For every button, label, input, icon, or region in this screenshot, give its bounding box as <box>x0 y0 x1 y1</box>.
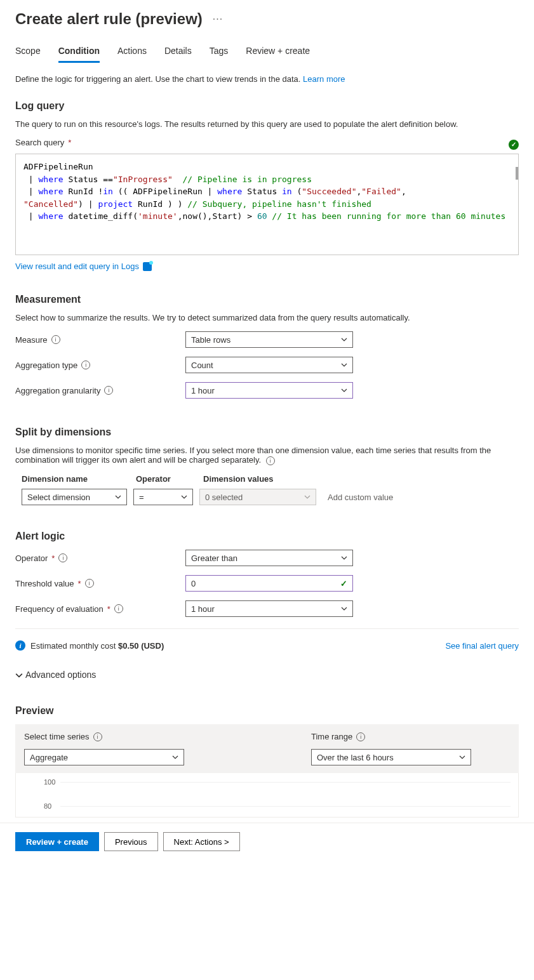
info-icon[interactable]: i <box>114 604 123 613</box>
info-icon[interactable]: i <box>81 361 90 369</box>
tab-condition[interactable]: Condition <box>58 46 100 63</box>
dimension-table-header: Dimension name Operator Dimension values <box>15 474 519 484</box>
info-icon[interactable]: i <box>51 335 60 344</box>
time-series-select[interactable]: Aggregate <box>24 749 184 765</box>
condition-description: Define the logic for triggering an alert… <box>15 74 519 84</box>
tab-bar: Scope Condition Actions Details Tags Rev… <box>15 46 519 63</box>
wizard-footer: Review + create Previous Next: Actions > <box>0 823 534 860</box>
chevron-down-icon <box>172 754 178 760</box>
dimension-values-select[interactable]: 0 selected <box>199 489 316 505</box>
preview-controls: Select time series i Aggregate Time rang… <box>15 724 519 773</box>
chevron-down-icon <box>15 672 22 678</box>
time-range-label: Time range <box>311 732 352 741</box>
cost-label: Estimated monthly cost $0.50 (USD) <box>30 641 164 651</box>
dimension-operator-select[interactable]: = <box>133 489 193 505</box>
preview-chart: 100 80 <box>15 773 519 818</box>
search-query-label: Search query <box>15 138 64 147</box>
next-button[interactable]: Next: Actions > <box>163 832 240 851</box>
required-indicator: * <box>51 553 55 563</box>
scrollbar[interactable] <box>516 167 518 180</box>
info-icon[interactable]: i <box>356 732 365 741</box>
y-tick: 80 <box>44 802 51 810</box>
chevron-down-icon <box>115 494 121 500</box>
measure-label: Measure <box>15 335 48 345</box>
info-icon[interactable]: i <box>58 553 67 562</box>
chevron-down-icon <box>341 362 347 368</box>
aggregation-type-label: Aggregation type <box>15 361 77 370</box>
alert-logic-heading: Alert logic <box>15 531 519 542</box>
operator-label: Operator <box>15 553 48 563</box>
frequency-select[interactable]: 1 hour <box>185 600 353 617</box>
chevron-down-icon <box>459 754 465 760</box>
log-query-desc: The query to run on this resource's logs… <box>15 119 519 129</box>
split-heading: Split by dimensions <box>15 427 519 438</box>
split-desc: Use dimensions to monitor specific time … <box>15 446 519 465</box>
aggregation-granularity-select[interactable]: 1 hour <box>185 382 353 399</box>
info-icon[interactable]: i <box>266 456 275 465</box>
review-create-button[interactable]: Review + create <box>15 832 99 851</box>
previous-button[interactable]: Previous <box>104 832 158 851</box>
search-query-editor[interactable]: ADFPipelineRun | where Status =="InProgr… <box>15 154 519 255</box>
view-in-logs-link[interactable]: View result and edit query in Logs <box>15 262 152 271</box>
measure-select[interactable]: Table rows <box>185 331 353 348</box>
chevron-down-icon <box>341 555 347 561</box>
learn-more-link[interactable]: Learn more <box>303 74 345 84</box>
logs-icon <box>143 262 152 271</box>
chevron-down-icon <box>181 494 187 500</box>
info-icon[interactable]: i <box>104 386 113 395</box>
tab-tags[interactable]: Tags <box>210 46 229 63</box>
time-series-label: Select time series <box>24 732 90 741</box>
chevron-down-icon <box>304 494 310 500</box>
operator-select[interactable]: Greater than <box>185 550 353 566</box>
tab-scope[interactable]: Scope <box>15 46 41 63</box>
final-alert-query-link[interactable]: See final alert query <box>445 641 519 651</box>
info-icon[interactable]: i <box>85 579 94 588</box>
log-query-heading: Log query <box>15 100 519 112</box>
info-icon[interactable]: i <box>93 732 102 741</box>
dimension-row: Select dimension = 0 selected Add custom… <box>15 489 519 512</box>
aggregation-type-select[interactable]: Count <box>185 357 353 373</box>
time-range-select[interactable]: Over the last 6 hours <box>311 749 471 765</box>
chevron-down-icon <box>341 387 347 394</box>
threshold-label: Threshold value <box>15 579 74 588</box>
required-indicator: * <box>68 138 71 147</box>
advanced-options-toggle[interactable]: Advanced options <box>15 670 519 680</box>
tab-actions[interactable]: Actions <box>117 46 147 63</box>
add-custom-value-link[interactable]: Add custom value <box>328 493 393 502</box>
required-indicator: * <box>107 604 110 614</box>
required-indicator: * <box>78 579 81 588</box>
more-actions-button[interactable]: ··· <box>213 13 223 25</box>
query-valid-icon: ✓ <box>509 140 519 150</box>
aggregation-granularity-label: Aggregation granularity <box>15 386 100 395</box>
threshold-input[interactable]: 0 ✓ <box>185 575 353 592</box>
dimension-name-select[interactable]: Select dimension <box>22 489 127 505</box>
page-title: Create alert rule (preview) <box>15 10 203 28</box>
info-icon: i <box>15 640 25 651</box>
chevron-down-icon <box>341 606 347 612</box>
tab-review[interactable]: Review + create <box>246 46 310 63</box>
preview-heading: Preview <box>15 705 519 717</box>
y-tick: 100 <box>44 778 55 786</box>
measurement-desc: Select how to summarize the results. We … <box>15 313 519 322</box>
frequency-label: Frequency of evaluation <box>15 604 103 614</box>
measurement-heading: Measurement <box>15 294 519 305</box>
chevron-down-icon <box>341 336 347 343</box>
valid-check-icon: ✓ <box>340 579 347 588</box>
tab-details[interactable]: Details <box>164 46 192 63</box>
